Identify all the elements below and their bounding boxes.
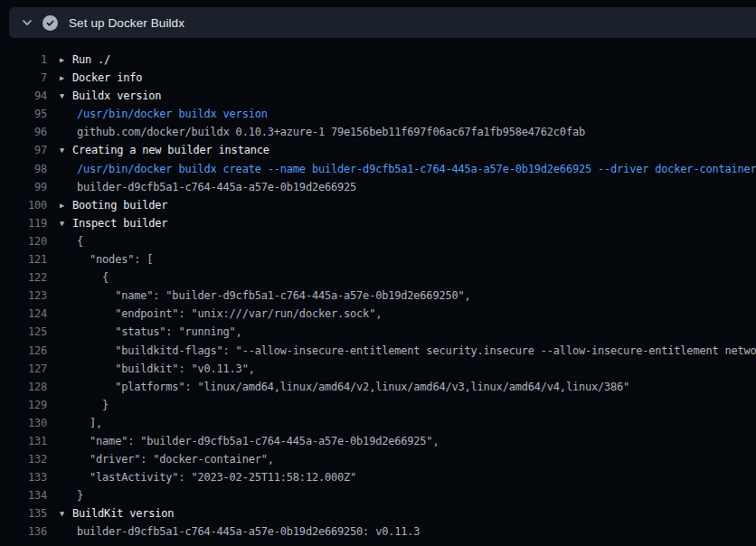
log-text: /usr/bin/docker buildx version xyxy=(72,105,268,123)
line-number-link[interactable]: 134 xyxy=(0,486,47,504)
line-number-link[interactable]: 129 xyxy=(0,396,47,414)
line-number-link[interactable]: 130 xyxy=(0,414,47,432)
log-text: } xyxy=(72,396,109,414)
arrow-spacer xyxy=(60,160,72,178)
log-line: 128 "platforms": "linux/amd64,linux/amd6… xyxy=(0,378,756,396)
arrow-spacer xyxy=(60,342,72,360)
log-text: { xyxy=(72,268,109,287)
log-text: Inspect builder xyxy=(72,214,167,232)
log-text: builder-d9cfb5a1-c764-445a-a57e-0b19d2e6… xyxy=(72,522,420,541)
log-text: } xyxy=(72,486,83,504)
line-number-link[interactable]: 7 xyxy=(0,69,47,87)
log-line: 120 { xyxy=(0,232,756,250)
log-text: "nodes": [ xyxy=(72,250,153,268)
log-line: 124 "endpoint": "unix:///var/run/docker.… xyxy=(0,305,756,323)
line-number-link[interactable]: 99 xyxy=(0,178,47,196)
log-group-line[interactable]: 7 ▶ Docker info xyxy=(0,69,756,87)
line-number-link[interactable]: 127 xyxy=(0,360,47,378)
line-number-link[interactable]: 121 xyxy=(0,250,47,268)
arrow-spacer xyxy=(60,378,72,396)
line-number-link[interactable]: 126 xyxy=(0,342,47,360)
log-text: BuildKit version xyxy=(72,504,174,522)
log-line: 123 "name": "builder-d9cfb5a1-c764-445a-… xyxy=(0,287,756,305)
log-text: "name": "builder-d9cfb5a1-c764-445a-a57e… xyxy=(72,432,439,450)
line-number-link[interactable]: 95 xyxy=(0,105,47,123)
line-number-link[interactable]: 133 xyxy=(0,468,47,486)
log-text: "endpoint": "unix:///var/run/docker.sock… xyxy=(72,305,382,323)
log-text: Creating a new builder instance xyxy=(72,141,269,159)
line-number-link[interactable]: 131 xyxy=(0,432,47,450)
log-text: Run ./ xyxy=(72,51,110,69)
log-text: /usr/bin/docker buildx create --name bui… xyxy=(72,160,756,178)
log-viewer: 1 ▶ Run ./ 7 ▶ Docker info 94 ▼ Buildx v… xyxy=(0,38,756,541)
line-number-link[interactable]: 128 xyxy=(0,378,47,396)
log-line: 134 } xyxy=(0,486,756,504)
group-collapsed-icon[interactable]: ▶ xyxy=(60,51,72,69)
arrow-spacer xyxy=(60,305,72,323)
log-text: "name": "builder-d9cfb5a1-c764-445a-a57e… xyxy=(72,287,471,305)
log-line: 122 { xyxy=(0,268,756,287)
log-text: "driver": "docker-container", xyxy=(72,450,274,468)
log-line: 98 /usr/bin/docker buildx create --name … xyxy=(0,160,756,178)
log-group-line[interactable]: 1 ▶ Run ./ xyxy=(0,51,756,69)
group-expanded-icon[interactable]: ▼ xyxy=(60,504,72,522)
log-line: 129 } xyxy=(0,396,756,414)
log-group-line[interactable]: 100 ▶ Booting builder xyxy=(0,196,756,214)
log-text: "buildkitd-flags": "--allow-insecure-ent… xyxy=(72,342,756,360)
arrow-spacer xyxy=(60,287,72,305)
line-number-link[interactable]: 98 xyxy=(0,160,47,178)
log-group-line[interactable]: 94 ▼ Buildx version xyxy=(0,87,756,105)
line-number-link[interactable]: 100 xyxy=(0,196,47,214)
line-number-link[interactable]: 119 xyxy=(0,214,47,232)
log-text: Docker info xyxy=(72,69,142,87)
arrow-spacer xyxy=(60,123,72,141)
line-number-link[interactable]: 97 xyxy=(0,141,47,159)
line-number-link[interactable]: 94 xyxy=(0,87,47,105)
line-number-link[interactable]: 135 xyxy=(0,504,47,522)
group-expanded-icon[interactable]: ▼ xyxy=(60,141,72,159)
step-header[interactable]: Set up Docker Buildx xyxy=(9,7,756,38)
log-line: 95 /usr/bin/docker buildx version xyxy=(0,105,756,123)
log-line: 133 "lastActivity": "2023-02-25T11:58:12… xyxy=(0,468,756,486)
arrow-spacer xyxy=(60,232,72,250)
log-text: "platforms": "linux/amd64,linux/amd64/v2… xyxy=(72,378,629,396)
arrow-spacer xyxy=(60,432,72,450)
log-text: Buildx version xyxy=(72,87,161,105)
arrow-spacer xyxy=(60,450,72,468)
line-number-link[interactable]: 122 xyxy=(0,268,47,287)
log-text: ], xyxy=(72,414,102,432)
step-title: Set up Docker Buildx xyxy=(69,16,184,30)
chevron-down-icon[interactable] xyxy=(21,16,33,29)
line-number-link[interactable]: 96 xyxy=(0,123,47,141)
log-group-line[interactable]: 135 ▼ BuildKit version xyxy=(0,504,756,522)
log-text: github.com/docker/buildx 0.10.3+azure-1 … xyxy=(72,123,585,141)
log-text: "status": "running", xyxy=(72,323,242,341)
line-number-link[interactable]: 132 xyxy=(0,450,47,468)
log-text: "buildkit": "v0.11.3", xyxy=(72,360,255,378)
group-expanded-icon[interactable]: ▼ xyxy=(60,214,72,232)
log-text: "lastActivity": "2023-02-25T11:58:12.000… xyxy=(72,468,356,486)
line-number-link[interactable]: 125 xyxy=(0,323,47,341)
log-text: { xyxy=(72,232,83,250)
group-collapsed-icon[interactable]: ▶ xyxy=(60,196,72,214)
log-line: 132 "driver": "docker-container", xyxy=(0,450,756,468)
arrow-spacer xyxy=(60,268,72,287)
arrow-spacer xyxy=(60,522,72,541)
log-line: 126 "buildkitd-flags": "--allow-insecure… xyxy=(0,342,756,360)
arrow-spacer xyxy=(60,468,72,486)
line-number-link[interactable]: 136 xyxy=(0,522,47,541)
line-number-link[interactable]: 120 xyxy=(0,232,47,250)
group-expanded-icon[interactable]: ▼ xyxy=(60,87,72,105)
log-line: 125 "status": "running", xyxy=(0,323,756,341)
line-number-link[interactable]: 123 xyxy=(0,287,47,305)
arrow-spacer xyxy=(60,178,72,196)
group-collapsed-icon[interactable]: ▶ xyxy=(60,69,72,87)
arrow-spacer xyxy=(60,396,72,414)
log-group-line[interactable]: 97 ▼ Creating a new builder instance xyxy=(0,141,756,159)
log-text: Booting builder xyxy=(72,196,167,214)
line-number-link[interactable]: 1 xyxy=(0,51,47,69)
line-number-link[interactable]: 124 xyxy=(0,305,47,323)
log-line: 136 builder-d9cfb5a1-c764-445a-a57e-0b19… xyxy=(0,522,756,541)
log-group-line[interactable]: 119 ▼ Inspect builder xyxy=(0,214,756,232)
check-circle-icon xyxy=(43,15,58,31)
